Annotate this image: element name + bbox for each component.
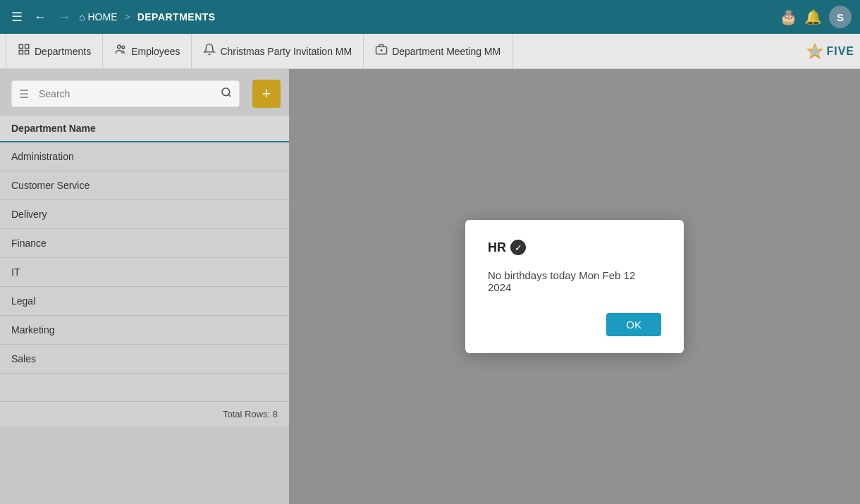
dept-name: Sales xyxy=(11,353,36,364)
meeting-icon xyxy=(375,43,388,59)
table-row[interactable]: Sales xyxy=(0,345,289,374)
menu-icon[interactable]: ☰ xyxy=(8,6,25,27)
dept-name: IT xyxy=(11,266,20,278)
tab-departments-label: Departments xyxy=(35,46,91,57)
table-row[interactable]: Delivery xyxy=(0,200,289,229)
search-button[interactable] xyxy=(214,81,239,106)
top-navigation: ☰ ← → ⌂ HOME > DEPARTMENTS 🎂 🔔 S xyxy=(0,0,860,34)
top-nav-right-actions: 🎂 🔔 S xyxy=(780,6,852,28)
table-row[interactable]: Marketing xyxy=(0,316,289,345)
tab-employees-label: Employees xyxy=(131,46,180,57)
table-row[interactable]: Administration xyxy=(0,142,289,171)
tab-christmas-party[interactable]: Christmas Party Invitation MM xyxy=(192,34,364,68)
dept-name: Administration xyxy=(11,151,74,162)
tab-christmas-label: Christmas Party Invitation MM xyxy=(220,46,352,57)
table-row[interactable]: Legal xyxy=(0,287,289,316)
notification-icon[interactable]: 🔔 xyxy=(804,8,822,25)
modal-title: HR xyxy=(488,240,506,255)
add-department-button[interactable]: + xyxy=(252,80,281,108)
current-page-label: DEPARTMENTS xyxy=(137,11,216,23)
birthday-icon[interactable]: 🎂 xyxy=(780,8,797,25)
search-bar: ☰ xyxy=(11,80,240,107)
table-row[interactable]: Finance xyxy=(0,229,289,258)
table-header: Department Name xyxy=(0,116,289,142)
tab-employees[interactable]: Employees xyxy=(103,34,192,68)
dept-name: Legal xyxy=(11,295,35,307)
five-logo: FIVE xyxy=(806,43,854,60)
modal-title-row: HR ✓ xyxy=(488,240,661,255)
search-input[interactable] xyxy=(36,82,214,105)
dept-name: Finance xyxy=(11,238,47,249)
table-row[interactable]: IT xyxy=(0,258,289,287)
home-icon: ⌂ xyxy=(79,11,85,23)
home-label: HOME xyxy=(87,11,117,23)
table-footer: Total Rows: 8 xyxy=(0,402,289,426)
forward-icon[interactable]: → xyxy=(55,7,73,27)
back-icon[interactable]: ← xyxy=(31,7,49,27)
department-table: Department Name Administration Customer … xyxy=(0,116,289,504)
hr-modal: HR ✓ No birthdays today Mon Feb 12 2024 … xyxy=(465,220,684,353)
svg-rect-3 xyxy=(25,51,29,54)
right-panel: HR ✓ No birthdays today Mon Feb 12 2024 … xyxy=(289,69,860,504)
tab-department-meeting[interactable]: Department Meeting MM xyxy=(364,34,512,68)
table-row[interactable]: Customer Service xyxy=(0,171,289,200)
employees-icon xyxy=(114,43,127,59)
bell-icon xyxy=(203,43,216,59)
five-logo-text: FIVE xyxy=(826,45,854,58)
svg-rect-0 xyxy=(19,44,23,48)
modal-body: No birthdays today Mon Feb 12 2024 xyxy=(488,269,661,293)
left-panel: ☰ + Department Name Administration Custo… xyxy=(0,69,289,504)
home-nav-item[interactable]: ⌂ HOME xyxy=(79,11,117,23)
modal-footer: OK xyxy=(488,313,661,336)
user-avatar[interactable]: S xyxy=(829,6,852,28)
dept-name: Delivery xyxy=(11,209,47,220)
modal-overlay: HR ✓ No birthdays today Mon Feb 12 2024 … xyxy=(289,69,860,504)
tab-departments[interactable]: Departments xyxy=(6,34,103,68)
modal-check-icon: ✓ xyxy=(510,240,526,255)
svg-rect-1 xyxy=(25,44,29,48)
main-layout: ☰ + Department Name Administration Custo… xyxy=(0,69,860,504)
svg-point-11 xyxy=(222,88,230,96)
dept-name: Marketing xyxy=(11,324,54,336)
departments-icon xyxy=(18,43,30,59)
svg-rect-2 xyxy=(19,51,23,54)
tab-bar: Departments Employees Christmas Party In… xyxy=(0,34,860,69)
svg-point-4 xyxy=(118,45,121,49)
tab-meeting-label: Department Meeting MM xyxy=(392,46,500,57)
svg-point-5 xyxy=(122,46,125,49)
svg-line-12 xyxy=(228,94,231,97)
table-row-empty xyxy=(0,374,289,402)
ok-button[interactable]: OK xyxy=(606,313,661,336)
nav-separator: > xyxy=(124,11,130,23)
filter-icon[interactable]: ☰ xyxy=(12,87,36,101)
dept-name: Customer Service xyxy=(11,180,90,191)
